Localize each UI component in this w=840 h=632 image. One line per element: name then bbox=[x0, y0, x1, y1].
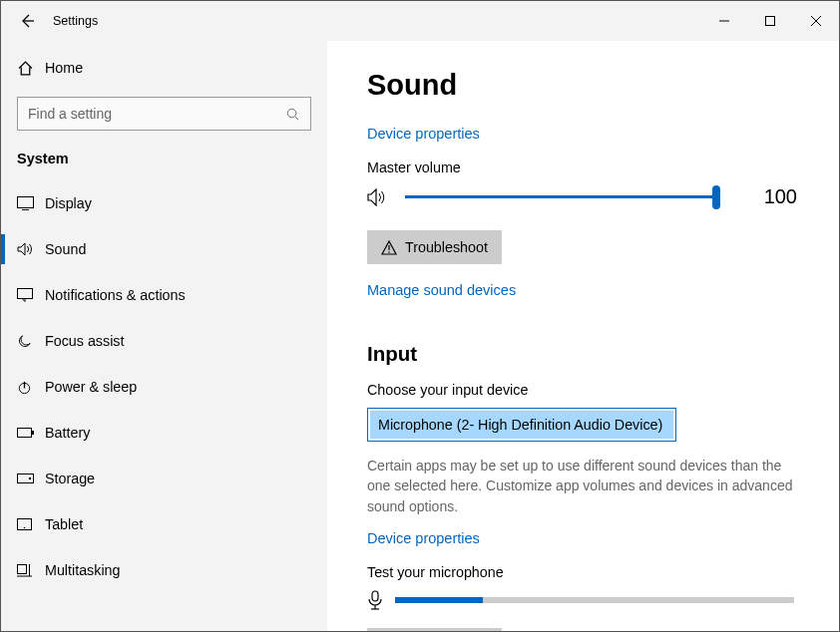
master-volume-label: Master volume bbox=[367, 159, 797, 175]
sidebar-item-label: Focus assist bbox=[45, 333, 124, 349]
device-properties-link[interactable]: Device properties bbox=[367, 126, 480, 142]
tablet-icon bbox=[17, 518, 45, 530]
input-section-header: Input bbox=[367, 342, 797, 366]
focus-assist-icon bbox=[17, 334, 45, 349]
sidebar-home-label: Home bbox=[45, 60, 83, 76]
microphone-icon bbox=[367, 590, 383, 610]
sidebar: Home Find a setting System Display Sound… bbox=[1, 41, 327, 631]
sidebar-item-battery[interactable]: Battery bbox=[1, 410, 327, 456]
sidebar-item-label: Multitasking bbox=[45, 562, 121, 578]
power-icon bbox=[17, 380, 45, 395]
sidebar-item-label: Storage bbox=[45, 471, 95, 486]
sidebar-item-focus-assist[interactable]: Focus assist bbox=[1, 318, 327, 364]
close-button[interactable] bbox=[793, 5, 839, 37]
troubleshoot-label: Troubleshoot bbox=[405, 239, 488, 255]
sidebar-item-power-sleep[interactable]: Power & sleep bbox=[1, 364, 327, 410]
notifications-icon bbox=[17, 288, 45, 302]
speaker-icon bbox=[367, 188, 387, 206]
svg-point-4 bbox=[287, 109, 295, 117]
home-icon bbox=[17, 60, 45, 77]
maximize-button[interactable] bbox=[747, 5, 793, 37]
master-volume-slider[interactable] bbox=[405, 188, 716, 206]
svg-rect-12 bbox=[32, 431, 34, 435]
sidebar-item-label: Display bbox=[45, 195, 92, 211]
master-volume-value: 100 bbox=[764, 185, 797, 208]
svg-rect-11 bbox=[18, 429, 32, 438]
input-device-value: Microphone (2- High Definition Audio Dev… bbox=[370, 411, 673, 439]
content-pane: Sound Device properties Master volume 10… bbox=[327, 41, 839, 631]
svg-point-14 bbox=[29, 477, 31, 479]
device-properties-link-2[interactable]: Device properties bbox=[367, 530, 480, 546]
input-device-dropdown[interactable]: Microphone (2- High Definition Audio Dev… bbox=[367, 408, 676, 442]
svg-line-5 bbox=[295, 116, 298, 119]
sidebar-item-sound[interactable]: Sound bbox=[1, 226, 327, 272]
svg-rect-6 bbox=[18, 197, 34, 208]
sidebar-item-multitasking[interactable]: Multitasking bbox=[1, 547, 327, 593]
test-mic-label: Test your microphone bbox=[367, 564, 797, 580]
battery-icon bbox=[17, 428, 45, 438]
troubleshoot-output-button[interactable]: Troubleshoot bbox=[367, 230, 502, 264]
input-help-text: Certain apps may be set up to use differ… bbox=[367, 456, 797, 516]
display-icon bbox=[17, 196, 45, 210]
svg-rect-8 bbox=[18, 289, 33, 299]
svg-rect-1 bbox=[766, 17, 775, 26]
sidebar-item-label: Battery bbox=[45, 425, 90, 441]
search-placeholder: Find a setting bbox=[28, 106, 285, 122]
sidebar-item-notifications[interactable]: Notifications & actions bbox=[1, 272, 327, 318]
page-title: Sound bbox=[367, 69, 797, 102]
svg-rect-17 bbox=[18, 564, 27, 573]
search-input[interactable]: Find a setting bbox=[17, 97, 311, 131]
mic-level-meter bbox=[395, 597, 794, 603]
sound-icon bbox=[17, 242, 45, 256]
window-title: Settings bbox=[53, 14, 98, 28]
sidebar-group-system: System bbox=[1, 149, 327, 180]
svg-rect-22 bbox=[372, 591, 378, 601]
svg-point-21 bbox=[388, 251, 390, 253]
storage-icon bbox=[17, 474, 45, 483]
search-icon bbox=[285, 107, 300, 122]
warning-icon bbox=[381, 240, 397, 255]
svg-point-16 bbox=[24, 527, 26, 529]
sidebar-item-label: Tablet bbox=[45, 516, 83, 532]
sidebar-item-storage[interactable]: Storage bbox=[1, 456, 327, 501]
choose-input-label: Choose your input device bbox=[367, 382, 797, 398]
sidebar-item-tablet[interactable]: Tablet bbox=[1, 501, 327, 547]
minimize-button[interactable] bbox=[701, 5, 747, 37]
sidebar-item-label: Notifications & actions bbox=[45, 287, 186, 303]
troubleshoot-input-button[interactable]: Troubleshoot bbox=[367, 628, 502, 631]
sidebar-item-label: Sound bbox=[45, 241, 86, 257]
sidebar-home[interactable]: Home bbox=[1, 45, 327, 91]
back-button[interactable] bbox=[19, 13, 43, 29]
sidebar-item-display[interactable]: Display bbox=[1, 180, 327, 226]
sidebar-item-label: Power & sleep bbox=[45, 379, 137, 395]
manage-sound-devices-link[interactable]: Manage sound devices bbox=[367, 282, 516, 298]
multitasking-icon bbox=[17, 564, 45, 577]
